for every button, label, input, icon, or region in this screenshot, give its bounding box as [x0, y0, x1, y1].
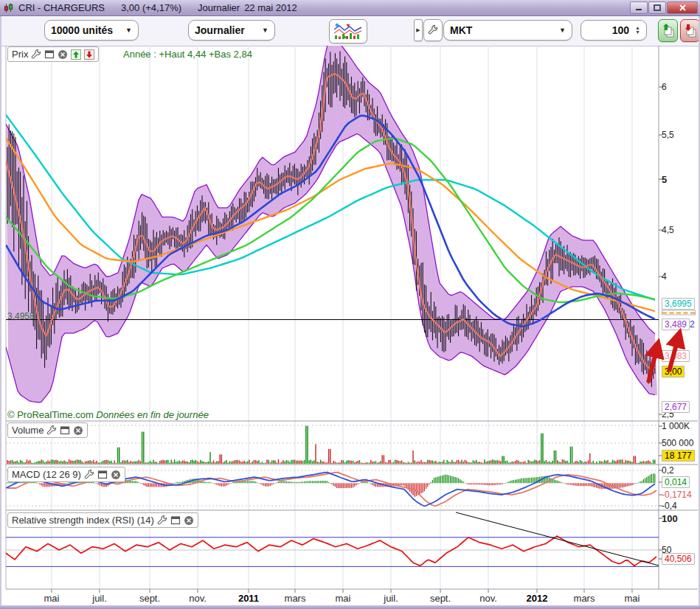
- price-axis-value-label: 2,677: [662, 402, 690, 412]
- copyright-note: © ProRealTime.com Données en fin de jour…: [7, 409, 209, 420]
- close-icon[interactable]: [58, 49, 68, 60]
- arrow-up-icon[interactable]: [71, 49, 81, 60]
- macd-panel-title: MACD (12 26 9): [12, 469, 81, 480]
- price-panel-header: Prix: [7, 46, 99, 62]
- price-axis-label: 5: [662, 174, 667, 185]
- macd-axis-label: 0,2: [662, 465, 674, 476]
- window-border-left: [0, 16, 1, 609]
- window-icon[interactable]: [60, 425, 70, 436]
- price-axis-label: 5,5: [662, 130, 674, 140]
- xaxis-label: sept.: [430, 593, 451, 604]
- price-axis-label: 4,5: [662, 225, 674, 235]
- price-axis-value-label: 3,00: [662, 366, 685, 377]
- xaxis-label: mai: [44, 593, 60, 604]
- macd-panel-header: MACD (12 26 9): [7, 467, 125, 482]
- wrench-icon[interactable]: [157, 515, 167, 526]
- wrench-icon[interactable]: [46, 425, 57, 436]
- hidden-orange-label: [662, 310, 696, 316]
- volume-axis-label: 500 000: [662, 438, 693, 448]
- xaxis-label: juil.: [92, 593, 107, 604]
- xaxis-label: 2011: [238, 593, 259, 604]
- price-axis-value-label-suffix: 2: [690, 319, 695, 330]
- window-border-bottom: [0, 605, 700, 609]
- window-icon[interactable]: [170, 515, 181, 526]
- xaxis-label: mars: [574, 593, 595, 604]
- volume-axis-label: 18 177: [662, 450, 695, 461]
- price-axis-label: 4: [662, 271, 667, 282]
- volume-axis-label: 1 000K: [662, 421, 690, 431]
- xaxis-label: juil.: [384, 593, 398, 604]
- rsi-panel-title: Relative strength index (RSI) (14): [12, 515, 154, 526]
- price-axis-value-label: 3,6995: [662, 299, 695, 309]
- close-icon[interactable]: [73, 425, 83, 436]
- xaxis-label: mai: [625, 593, 640, 604]
- macd-axis-label: -0,4: [662, 501, 677, 511]
- rsi-axis-label: 40,506: [662, 554, 695, 564]
- copyright-text: © ProRealTime.com: [7, 409, 94, 420]
- data-delay-note: Données en fin de journée: [96, 409, 209, 420]
- close-icon[interactable]: [184, 515, 194, 526]
- window-icon[interactable]: [97, 470, 108, 480]
- proreal-time-window: CRI - CHARGEURS 3,00 (+4,17%) Journalier…: [0, 0, 700, 609]
- macd-axis-label: 0,014: [662, 477, 690, 487]
- volume-panel-title: Volume: [12, 425, 44, 436]
- xaxis-label: mars: [285, 593, 306, 604]
- close-icon[interactable]: [111, 470, 121, 480]
- xaxis-label: nov.: [479, 593, 497, 604]
- price-axis-label: 6: [662, 82, 667, 92]
- xaxis-label: 2012: [527, 593, 548, 604]
- window-icon[interactable]: [44, 49, 55, 60]
- arrow-down-icon[interactable]: [84, 49, 94, 60]
- macd-axis-label: -0,1714: [662, 490, 692, 500]
- volume-panel-header: Volume: [7, 422, 88, 438]
- annual-high-low-stats: Année : +Haut 4,44 +Bas 2,84: [123, 49, 252, 60]
- wrench-icon[interactable]: [31, 49, 41, 60]
- xaxis-label: sept.: [139, 593, 160, 604]
- price-axis-value-label: 3,083: [662, 351, 690, 361]
- xaxis-label: mai: [336, 593, 351, 604]
- xaxis-label: nov.: [189, 593, 207, 604]
- wrench-icon[interactable]: [84, 470, 94, 480]
- trendline-value-label: 3,4958: [7, 311, 35, 321]
- price-axis-value-label: 3,4892: [662, 319, 695, 330]
- rsi-axis-label: 100: [662, 513, 678, 524]
- price-panel-title: Prix: [12, 49, 28, 60]
- rsi-panel-header: Relative strength index (RSI) (14): [7, 512, 198, 528]
